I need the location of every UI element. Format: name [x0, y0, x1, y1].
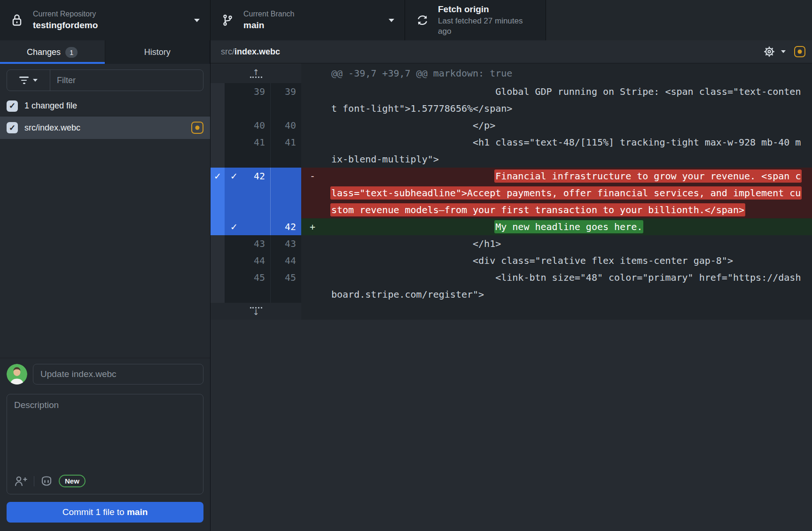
tab-history-label: History — [144, 47, 171, 57]
diff-line-added[interactable]: 42 + My new headline goes here. — [211, 218, 812, 235]
file-path-name: index.webc — [234, 47, 280, 57]
old-line-number: 42 — [225, 168, 271, 218]
new-line-number: 44 — [271, 252, 301, 269]
description-toolbar: New — [7, 470, 203, 494]
code-cell: Global GDP running on Stripe: <span clas… — [301, 83, 812, 117]
expand-down-button[interactable]: ↓ — [211, 303, 301, 320]
sidebar-spacer — [0, 139, 210, 358]
code-cell: <div class="relative flex items-center g… — [301, 252, 812, 269]
old-line-number: 44 — [225, 252, 271, 269]
branch-label: Current Branch — [243, 9, 389, 19]
new-line-number: 41 — [271, 134, 301, 168]
expander-filler — [301, 303, 812, 320]
commit-description-input[interactable] — [7, 394, 203, 470]
chevron-down-icon[interactable] — [781, 50, 786, 53]
sidebar-tabs: Changes 1 History — [0, 40, 210, 64]
hunk-handle — [211, 83, 225, 117]
old-line-number: 39 — [225, 83, 271, 117]
new-line-number: 40 — [271, 117, 301, 134]
copilot-new-badge[interactable]: New — [59, 475, 86, 487]
include-file-checkbox[interactable] — [7, 122, 18, 133]
diff-line-context[interactable]: 39 39 Global GDP running on Stripe: <spa… — [211, 83, 812, 117]
hunk-handle[interactable] — [211, 218, 225, 235]
commit-button-branch: main — [127, 507, 148, 517]
diff-line-context[interactable]: 40 40 </p> — [211, 117, 812, 134]
filter-icon — [19, 77, 29, 84]
code-text: Financial infrastructure to grow your re… — [331, 168, 806, 218]
hunk-handle[interactable] — [211, 168, 225, 218]
current-repository-button[interactable]: Current Repository testingfordemo — [0, 0, 211, 40]
hunk-handle — [211, 134, 225, 168]
chevron-down-icon — [194, 19, 200, 22]
new-line-number — [271, 168, 301, 218]
changes-count-badge: 1 — [65, 47, 78, 58]
diff-content: ↑ @@ -39,7 +39,7 @@ markdown: true 39 39… — [211, 63, 812, 531]
removed-marker: - — [310, 168, 315, 185]
expand-up-button[interactable]: ↑ — [211, 63, 301, 83]
toolbar-filler — [546, 0, 812, 40]
hunk-handle — [211, 252, 225, 269]
new-line-number: 39 — [271, 83, 301, 117]
new-line-number: 42 — [271, 218, 301, 235]
expand-up-icon: ↑ — [252, 69, 259, 76]
diff-line-removed[interactable]: 42 - Financial infrastructure to grow yo… — [211, 168, 812, 218]
added-highlight: My new headline goes here. — [495, 221, 642, 232]
hunk-handle — [211, 269, 225, 303]
code-cell: - Financial infrastructure to grow your … — [301, 168, 812, 218]
diff-line-context[interactable]: 44 44 <div class="relative flex items-ce… — [211, 252, 812, 269]
github-desktop-window: Current Repository testingfordemo Curren… — [0, 0, 812, 531]
code-cell: </p> — [301, 117, 812, 134]
tab-changes[interactable]: Changes 1 — [0, 40, 105, 64]
copilot-icon[interactable] — [40, 476, 53, 487]
hunk-check-icon — [211, 168, 225, 185]
tab-history[interactable]: History — [105, 40, 211, 64]
code-text: <link-btn size="48" color="primary" href… — [331, 269, 806, 303]
old-line-number: 40 — [225, 117, 271, 134]
hunk-handle — [211, 235, 225, 252]
changed-files-summary-row: 1 changed file — [0, 96, 210, 116]
fetch-origin-button[interactable]: Fetch origin Last fetched 27 minutes ago — [405, 0, 546, 40]
current-branch-button[interactable]: Current Branch main — [211, 0, 405, 40]
old-line-number: 43 — [225, 235, 271, 252]
include-all-checkbox[interactable] — [7, 100, 18, 112]
add-coauthor-icon[interactable] — [14, 475, 28, 487]
commit-summary-input[interactable] — [33, 364, 203, 385]
repo-label: Current Repository — [33, 9, 194, 19]
commit-description-box: New — [7, 394, 203, 494]
code-cell: <h1 class="text-48/[115%] tracking-tight… — [301, 134, 812, 168]
modified-file-icon — [794, 46, 805, 57]
filter-input[interactable] — [50, 70, 203, 91]
line-check-icon[interactable] — [230, 168, 238, 185]
toolbar: Current Repository testingfordemo Curren… — [0, 0, 812, 40]
expand-dots — [250, 77, 262, 78]
filter-options-button[interactable] — [7, 70, 50, 91]
commit-button[interactable]: Commit 1 file to main — [7, 502, 203, 523]
expand-down-icon: ↓ — [252, 309, 259, 316]
new-line-number: 43 — [271, 235, 301, 252]
file-path-prefix: src/ — [221, 47, 234, 57]
diff-options-gear-icon[interactable] — [762, 45, 776, 59]
diff-line-context[interactable]: 43 43 </h1> — [211, 235, 812, 252]
line-check-icon[interactable] — [230, 218, 238, 235]
diff-line-context[interactable]: 41 41 <h1 class="text-48/[115%] tracking… — [211, 134, 812, 168]
commit-form: New Commit 1 file to main — [0, 358, 210, 531]
old-line-number: 41 — [225, 134, 271, 168]
expand-down-row: ↓ — [211, 303, 812, 320]
code-text: Global GDP running on Stripe: <span clas… — [331, 83, 806, 117]
diff-end-area — [211, 320, 812, 531]
code-text: </h1> — [331, 235, 806, 252]
file-list-item[interactable]: src/index.webc — [0, 116, 210, 139]
sidebar: Changes 1 History 1 changed f — [0, 40, 211, 531]
added-marker: + — [310, 218, 315, 235]
file-name-label: src/index.webc — [24, 123, 191, 133]
changed-files-summary-label: 1 changed file — [24, 101, 203, 111]
old-line-number — [225, 218, 271, 235]
tab-changes-label: Changes — [27, 47, 61, 57]
toolbar-divider — [34, 476, 34, 486]
code-cell: + My new headline goes here. — [301, 218, 812, 235]
diff-line-context[interactable]: 45 45 <link-btn size="48" color="primary… — [211, 269, 812, 303]
lock-icon — [10, 13, 26, 28]
diff-file-header: src/index.webc — [211, 40, 812, 63]
old-line-number: 45 — [225, 269, 271, 303]
fetch-title: Fetch origin — [438, 4, 535, 15]
